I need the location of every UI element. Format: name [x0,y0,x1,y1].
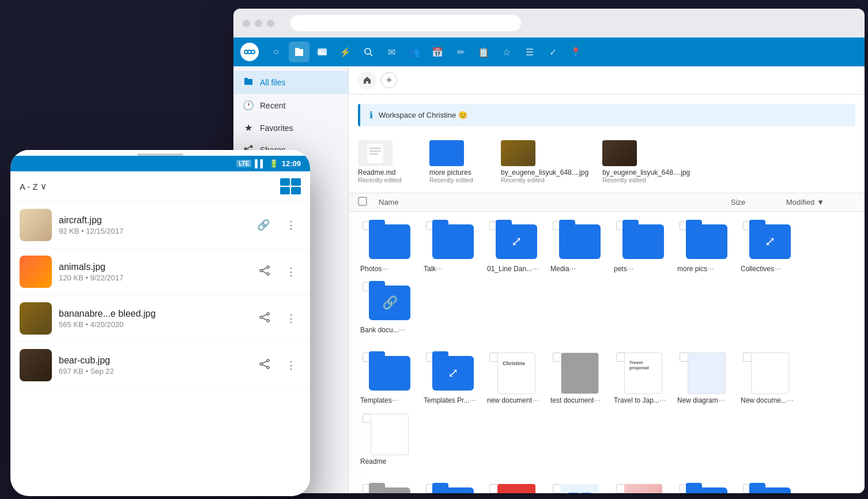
phone-file-banana[interactable]: bananabre...e bleed.jpg 565 KB • 4/20/20… [10,295,310,342]
nav-contacts-icon[interactable]: 👥 [404,42,425,62]
file-item-new-diagram[interactable]: New diagram ··· [675,348,738,409]
battery-icon: 🔋 [269,159,278,168]
nav-files-icon[interactable] [289,42,310,62]
file-item-photos[interactable]: Photos ··· [358,216,421,277]
more-options-icon-aircraft[interactable]: ⋮ [281,216,301,234]
file-item-contacts-backup[interactable]: .Contacts-Backup [675,479,738,493]
file-menu-new-diagram[interactable]: ··· [718,395,725,404]
nav-maps-icon[interactable]: 📍 [565,42,586,62]
file-item-bankdoc[interactable]: Bank docu... ··· [358,277,421,339]
nav-photos-icon[interactable] [312,42,333,62]
file-item-test-document[interactable]: test document ··· [548,348,612,409]
file-item-calendar-backup[interactable]: .Calendar-Backup [738,479,802,493]
svg-point-33 [267,359,269,362]
browser-chrome [233,9,865,37]
more-options-icon-animals[interactable]: ⋮ [281,263,301,280]
file-menu-pets[interactable]: ··· [627,264,634,273]
more-options-icon-bear[interactable]: ⋮ [281,357,301,374]
recent-item-img2[interactable]: by_eugene_lisyuk_648....jpg Recently edi… [602,140,690,183]
file-icon-hair: 💇 [622,484,664,493]
sidebar-item-favorites[interactable]: ★ Favorites [233,117,348,139]
files-content: + ℹ Workspace of Christine 😊 Readme.md R… [349,66,865,493]
phone-file-bear[interactable]: bear-cub.jpg 697 KB • Sep 22 ⋮ [10,342,310,389]
file-item-talk[interactable]: Talk ··· [421,216,485,277]
lte-badge: LTE [236,160,251,167]
file-menu-linedan[interactable]: ··· [532,264,539,273]
file-menu-templates[interactable]: ··· [392,395,399,404]
th-name[interactable]: Name [379,198,722,207]
file-item-readme[interactable]: Readme [358,409,421,470]
share-icon-animals[interactable] [255,263,274,281]
browser-dot-yellow[interactable] [255,20,262,27]
file-item-more-pics[interactable]: more pics ··· [675,216,738,277]
file-menu-travel-japan[interactable]: ··· [659,395,666,404]
file-item-flowchart[interactable]: FlowChart-Pro ··· [548,479,612,493]
link-icon[interactable]: 🔗 [252,216,274,234]
add-file-button[interactable]: + [381,72,397,88]
file-menu-photos[interactable]: ··· [382,264,388,273]
file-menu-bankdoc[interactable]: ··· [399,325,406,334]
file-item-media[interactable]: Media ··· [548,216,612,277]
file-menu-media[interactable]: ··· [569,264,576,273]
phone-info-bear: bear-cub.jpg 697 KB • Sep 22 [59,355,248,376]
recent-item-img1[interactable]: by_eugene_lisyuk_648....jpg Recently edi… [501,140,588,183]
folder-calendar-backup [749,487,791,493]
recent-item-readme[interactable]: Readme.md Recently edited [358,140,416,183]
main-layout: All files 🕐 Recent ★ Favorites Shares [233,66,865,493]
file-name-bankdoc: Bank docu... [360,326,399,334]
browser-dot-green[interactable] [267,20,274,27]
file-item-user[interactable]: user ··· [358,479,421,493]
file-item-nextcloud-pdf[interactable]: PDF Nextcloud_S... ··· [485,479,548,493]
nav-collectives-icon[interactable]: ☆ [496,42,517,62]
th-modified[interactable]: Modified ▼ [786,198,855,207]
file-item-new-document[interactable]: Christine new document ··· [485,348,548,409]
file-item-templates-pr[interactable]: Templates Pr... ··· [421,348,485,409]
recent-item-more-pictures[interactable]: more pictures Recently edited [429,140,487,183]
nav-calendar-icon[interactable]: 📅 [427,42,448,62]
file-item-travel-japan[interactable]: Travel proposal Travel to Jap... ··· [612,348,675,409]
address-bar[interactable] [290,15,521,31]
file-item-templates[interactable]: Templates ··· [358,348,421,409]
file-item-modeles[interactable]: Modèles ··· [421,479,485,493]
file-item-hair[interactable]: 💇 my hair today ··· [612,479,675,493]
file-menu-collectives[interactable]: ··· [774,264,781,273]
phone-name-aircraft: aircraft.jpg [59,215,246,226]
grid-view-button[interactable] [280,178,301,194]
th-size[interactable]: Size [731,198,777,207]
file-item-new-docume[interactable]: New docume... ··· [738,348,802,409]
phone-file-aircraft[interactable]: aircraft.jpg 92 KB • 12/15/2017 🔗 ⋮ [10,202,310,249]
phone-thumb-bear [20,349,52,381]
sidebar-label-all-files: All files [260,78,285,87]
nav-dashboard-icon[interactable]: ○ [266,42,286,62]
browser-dot-red[interactable] [243,20,250,27]
file-item-pets[interactable]: pets ··· [612,216,675,277]
file-menu-templates-pr[interactable]: ··· [469,395,476,404]
file-menu-new-docume[interactable]: ··· [787,395,794,404]
file-item-linedan[interactable]: 01_Line Dan... ··· [485,216,548,277]
nav-mail-icon[interactable]: ✉ [381,42,402,62]
home-button[interactable] [358,71,376,89]
share-icon-banana[interactable] [255,310,274,328]
file-item-collectives[interactable]: Collectives ··· [738,216,802,277]
file-name-new-document: new document [487,396,532,404]
sort-button[interactable]: A - Z ∨ [20,181,47,192]
more-options-icon-banana[interactable]: ⋮ [281,310,301,327]
share-icon-bear[interactable] [255,357,274,374]
nav-deck-icon[interactable]: 📋 [473,42,494,62]
select-all-checkbox[interactable] [358,197,369,208]
doc-travel-japan: Travel proposal [624,352,662,394]
file-menu-talk[interactable]: ··· [436,264,443,273]
file-icon-linedan [496,221,537,262]
sidebar-item-recent[interactable]: 🕐 Recent [233,94,348,117]
file-menu-new-document[interactable]: ··· [532,395,539,404]
file-menu-more-pics[interactable]: ··· [707,264,714,273]
phone-file-animals[interactable]: animals.jpg 120 KB • 9/22/2017 ⋮ [10,249,310,295]
file-menu-test-document[interactable]: ··· [594,395,601,404]
nav-checkmark-icon[interactable]: ✓ [542,42,563,62]
nav-notes-icon[interactable]: ✏ [450,42,471,62]
folder-bankdoc-link [369,286,410,320]
nav-tasks-icon[interactable]: ☰ [519,42,540,62]
nav-search-icon[interactable] [358,42,379,62]
nav-activity-icon[interactable]: ⚡ [335,42,356,62]
sidebar-item-all-files[interactable]: All files [233,71,348,94]
